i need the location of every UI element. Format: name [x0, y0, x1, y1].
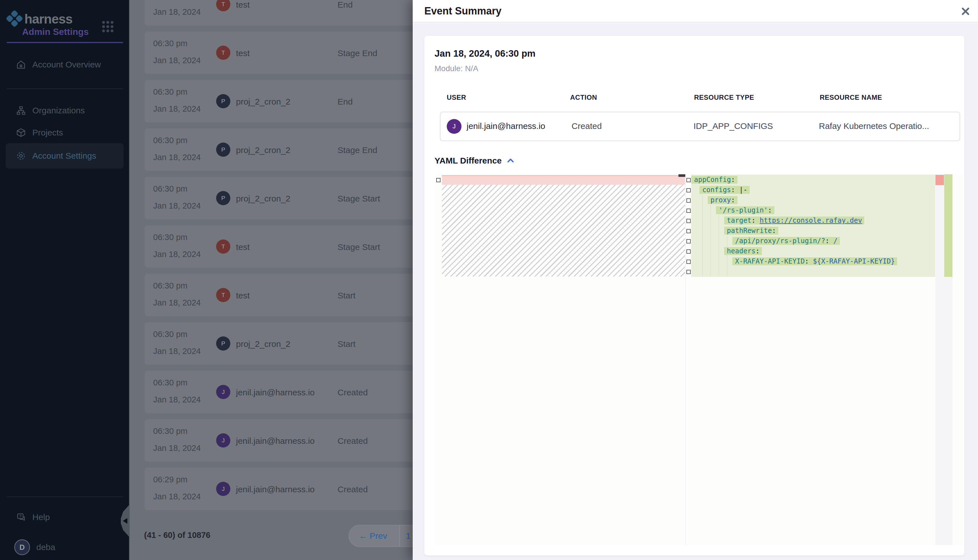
svg-text:?: ?	[19, 514, 22, 518]
row-avatar: P	[216, 337, 230, 350]
app-switcher-icon[interactable]	[102, 21, 114, 32]
diff-pane-divider[interactable]	[685, 174, 685, 545]
row-date: Jan 18, 2024	[153, 153, 201, 162]
row-name: jenil.jain@harness.io	[236, 485, 314, 494]
close-icon[interactable]	[960, 6, 971, 17]
row-name: jenil.jain@harness.io	[236, 436, 314, 446]
row-avatar: P	[216, 143, 230, 157]
row-time: 06:30 pm	[153, 233, 187, 242]
event-resource-name: Rafay Kubernetes Operatio...	[819, 121, 929, 131]
pager-divider	[399, 525, 400, 547]
row-avatar: J	[216, 482, 230, 496]
row-action: Stage Start	[338, 242, 380, 252]
yaml-code-line: X-RAFAY-API-KEYID: ${X-RAFAY-API-KEYID}	[694, 256, 897, 267]
diff-line-marker[interactable]	[686, 208, 690, 213]
row-avatar: T	[216, 288, 230, 302]
row-time: 06:30 pm	[153, 136, 187, 145]
row-avatar: T	[216, 46, 230, 60]
event-action: Created	[572, 121, 602, 131]
row-name: test	[236, 48, 250, 58]
harness-logo-icon	[5, 10, 23, 28]
minimap-removed-marker	[935, 175, 944, 185]
sidebar-item-projects[interactable]: Projects	[6, 122, 124, 144]
yaml-code-line: '/rs-plugin':	[694, 205, 774, 215]
row-time: 06:30 pm	[153, 378, 187, 387]
row-date: Jan 18, 2024	[153, 347, 201, 356]
diff-line-marker[interactable]	[686, 188, 690, 192]
event-user: jenil.jain@harness.io	[466, 121, 545, 131]
sidebar-item-organizations[interactable]: Organizations	[6, 100, 124, 122]
row-avatar: P	[216, 94, 230, 108]
drawer-header: Event Summary	[413, 0, 978, 23]
diff-line-marker[interactable]	[686, 260, 690, 264]
pagination-range: (41 - 60) of 10876	[144, 530, 211, 540]
row-name: proj_2_cron_2	[236, 145, 291, 155]
harness-logo[interactable]: harness	[8, 11, 72, 27]
yaml-code-line: /api/proxy/rs-plugin/?: /	[694, 236, 840, 246]
row-name: proj_2_cron_2	[236, 339, 291, 349]
diff-line-marker[interactable]	[686, 249, 690, 253]
row-date: Jan 18, 2024	[153, 395, 201, 404]
diff-line-marker[interactable]	[686, 239, 690, 243]
row-date: Jan 18, 2024	[153, 250, 201, 259]
event-summary-card: Jan 18, 2024, 06:30 pm Module: N/A USER …	[424, 36, 965, 555]
row-action: Start	[338, 291, 355, 300]
row-date: Jan 18, 2024	[153, 7, 201, 17]
row-name: proj_2_cron_2	[236, 97, 291, 107]
chevron-up-icon	[506, 157, 515, 165]
row-date: Jan 18, 2024	[153, 492, 201, 501]
sidebar-item-account-overview[interactable]: Account Overview	[6, 53, 124, 76]
help-chat-icon: ?	[16, 512, 26, 522]
event-resource-type: IDP_APP_CONFIGS	[694, 121, 773, 131]
prev-page-button[interactable]: ← Prev	[359, 531, 387, 541]
sidebar-item-account-settings[interactable]: Account Settings	[6, 143, 124, 168]
home-icon	[16, 60, 26, 70]
row-name: jenil.jain@harness.io	[236, 388, 314, 397]
sidebar-divider-bottom	[7, 497, 123, 497]
column-header-action: ACTION	[570, 93, 597, 102]
row-avatar: J	[216, 385, 230, 399]
sidebar-divider	[7, 88, 123, 89]
sidebar-user[interactable]: D deba	[6, 536, 124, 558]
yaml-code-line: target: https://console.rafay.dev	[694, 215, 864, 226]
sidebar: harness Admin Settings Account Overview …	[0, 0, 129, 560]
event-module: Module: N/A	[435, 64, 478, 73]
sidebar-item-help[interactable]: ? Help	[6, 506, 124, 528]
diff-left-gutter-marker[interactable]	[436, 178, 440, 182]
row-avatar: T	[216, 240, 230, 253]
brand-name: harness	[24, 11, 72, 27]
row-time: 06:30 pm	[153, 87, 187, 97]
event-table-row: J jenil.jain@harness.io Created IDP_APP_…	[440, 112, 960, 141]
event-summary-drawer: Event Summary Jan 18, 2024, 06:30 pm Mod…	[413, 0, 978, 560]
diff-empty-hatch-region	[442, 185, 685, 277]
row-action: Stage Start	[338, 194, 380, 203]
row-avatar: J	[216, 433, 230, 447]
yaml-difference-toggle[interactable]: YAML Difference	[435, 156, 515, 165]
drawer-body: Jan 18, 2024, 06:30 pm Module: N/A USER …	[413, 23, 978, 560]
yaml-code-line: proxy:	[694, 195, 737, 205]
row-action: Created	[338, 388, 368, 397]
row-name: test	[236, 242, 250, 252]
yaml-code-line: appConfig:	[694, 175, 737, 185]
diff-line-marker[interactable]	[686, 198, 690, 203]
row-action: End	[338, 97, 353, 107]
row-action: Stage End	[338, 145, 377, 155]
row-name: test	[236, 291, 250, 300]
user-avatar: D	[14, 539, 30, 555]
row-time: 06:30 pm	[153, 330, 187, 339]
row-time: 06:30 pm	[153, 184, 187, 193]
user-avatar: J	[447, 119, 461, 134]
drawer-title: Event Summary	[424, 5, 502, 17]
page-number-button[interactable]: 1	[406, 531, 411, 541]
row-action: End	[338, 0, 353, 10]
gear-icon	[16, 151, 26, 161]
diff-sash-handle	[679, 174, 685, 177]
diff-line-marker[interactable]	[686, 270, 690, 274]
diff-line-marker[interactable]	[686, 178, 690, 182]
row-action: Created	[338, 436, 368, 446]
yaml-code-line: configs: |-	[694, 185, 750, 195]
diff-line-marker[interactable]	[686, 229, 690, 233]
diff-line-marker[interactable]	[686, 219, 690, 223]
row-date: Jan 18, 2024	[153, 298, 201, 307]
collapse-arrow-icon	[123, 518, 127, 524]
